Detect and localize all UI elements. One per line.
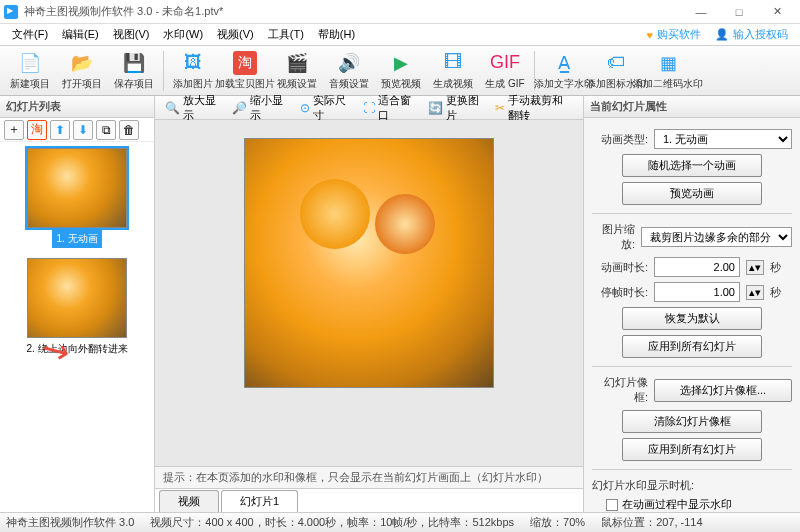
tool-添加图片[interactable]: 🖼添加图片 (167, 48, 219, 94)
slide-item[interactable]: 2. 绕上边向外翻转进来 (6, 258, 148, 358)
scale-select[interactable]: 裁剪图片边缘多余的部分 (641, 227, 792, 247)
tool-icon: 淘 (233, 51, 257, 75)
minimize-button[interactable]: — (682, 0, 720, 24)
tool-生成视频[interactable]: 🎞生成视频 (427, 48, 479, 94)
app-icon (4, 5, 18, 19)
preview-anim-button[interactable]: 预览动画 (622, 182, 762, 205)
tool-视频设置[interactable]: 🎬视频设置 (271, 48, 323, 94)
tool-label: 新建项目 (10, 77, 50, 91)
move-up-button[interactable]: ⬆ (50, 120, 70, 140)
viewtool-icon: 🔄 (428, 101, 443, 115)
tool-label: 打开项目 (62, 77, 102, 91)
choose-frame-button[interactable]: 选择幻灯片像框... (654, 379, 792, 402)
slide-list-title: 幻灯片列表 (0, 96, 154, 118)
menu-tools[interactable]: 工具(T) (262, 25, 310, 44)
license-link[interactable]: 👤输入授权码 (709, 27, 794, 42)
slide-list-panel: 幻灯片列表 ＋ 淘 ⬆ ⬇ ⧉ 🗑 1. 无动画2. 绕上边向外翻转进来 (0, 96, 155, 512)
reset-button[interactable]: 恢复为默认 (622, 307, 762, 330)
taobao-button[interactable]: 淘 (27, 120, 47, 140)
slide-item[interactable]: 1. 无动画 (6, 148, 148, 248)
menu-file[interactable]: 文件(F) (6, 25, 54, 44)
bottom-tabs: 视频 幻灯片1 (155, 488, 583, 512)
center-panel: 🔍放大显示🔎缩小显示⊙实际尺寸⛶适合窗口🔄更换图片✂手动裁剪和翻转 提示：在本页… (155, 96, 583, 512)
slide-thumb (27, 148, 127, 228)
tool-icon: 💾 (122, 51, 146, 75)
add-slide-button[interactable]: ＋ (4, 120, 24, 140)
tool-label: 添加图片 (173, 77, 213, 91)
window-title: 神奇主图视频制作软件 3.0 - 未命名1.ptv* (24, 4, 682, 19)
slide-list[interactable]: 1. 无动画2. 绕上边向外翻转进来 (0, 142, 154, 512)
tool-label: 添加文字水印 (534, 77, 594, 91)
status-app: 神奇主图视频制作软件 3.0 (6, 515, 134, 530)
heart-icon: ♥ (646, 29, 653, 41)
tool-添加二维码水印[interactable]: ▦添加二维码水印 (642, 48, 694, 94)
viewport[interactable] (155, 120, 583, 466)
tool-icon: 🏷 (604, 51, 628, 75)
tool-加载宝贝图片[interactable]: 淘加载宝贝图片 (219, 48, 271, 94)
scale-label: 图片缩放: (592, 222, 635, 252)
wm-anim-checkbox-row[interactable]: 在动画过程中显示水印 (606, 497, 792, 512)
apply-all-button-2[interactable]: 应用到所有幻灯片 (622, 438, 762, 461)
tool-label: 视频设置 (277, 77, 317, 91)
viewtool-label: 实际尺寸 (313, 93, 349, 123)
tab-slide[interactable]: 幻灯片1 (221, 490, 298, 512)
anim-dur-input[interactable] (654, 257, 740, 277)
slide-thumb (27, 258, 127, 338)
menu-help[interactable]: 帮助(H) (312, 25, 361, 44)
person-icon: 👤 (715, 28, 729, 41)
hint-bar: 提示：在本页添加的水印和像框，只会显示在当前幻灯片画面上（幻灯片水印） (155, 466, 583, 488)
random-anim-button[interactable]: 随机选择一个动画 (622, 154, 762, 177)
tool-icon: 📂 (70, 51, 94, 75)
tab-video[interactable]: 视频 (159, 490, 219, 512)
title-bar: 神奇主图视频制作软件 3.0 - 未命名1.ptv* — □ ✕ (0, 0, 800, 24)
menu-view[interactable]: 视图(V) (107, 25, 156, 44)
anim-type-select[interactable]: 1. 无动画 (654, 129, 792, 149)
menu-edit[interactable]: 编辑(E) (56, 25, 105, 44)
tool-音频设置[interactable]: 🔊音频设置 (323, 48, 375, 94)
tool-生成 GIF[interactable]: GIF生成 GIF (479, 48, 531, 94)
updown-icon[interactable]: ▴▾ (746, 260, 764, 275)
copy-slide-button[interactable]: ⧉ (96, 120, 116, 140)
viewtool-icon: ⊙ (300, 101, 310, 115)
tool-icon: ▶ (389, 51, 413, 75)
apply-all-button-1[interactable]: 应用到所有幻灯片 (622, 335, 762, 358)
maximize-button[interactable]: □ (720, 0, 758, 24)
clear-frame-button[interactable]: 清除幻灯片像框 (622, 410, 762, 433)
status-mouse: 鼠标位置：207, -114 (601, 515, 702, 530)
viewtool-label: 放大显示 (183, 93, 218, 123)
menu-bar: 文件(F) 编辑(E) 视图(V) 水印(W) 视频(V) 工具(T) 帮助(H… (0, 24, 800, 46)
pause-dur-input[interactable] (654, 282, 740, 302)
slide-preview[interactable] (244, 138, 494, 388)
tool-icon: ▦ (656, 51, 680, 75)
move-down-button[interactable]: ⬇ (73, 120, 93, 140)
anim-dur-label: 动画时长: (592, 260, 648, 275)
slide-list-tools: ＋ 淘 ⬆ ⬇ ⧉ 🗑 (0, 118, 154, 142)
tool-新建项目[interactable]: 📄新建项目 (4, 48, 56, 94)
status-zoom: 缩放：70% (530, 515, 585, 530)
close-button[interactable]: ✕ (758, 0, 796, 24)
tool-预览视频[interactable]: ▶预览视频 (375, 48, 427, 94)
updown-icon[interactable]: ▴▾ (746, 285, 764, 300)
tool-打开项目[interactable]: 📂打开项目 (56, 48, 108, 94)
menu-video[interactable]: 视频(V) (211, 25, 260, 44)
properties-title: 当前幻灯片属性 (584, 96, 800, 118)
tool-icon: 🖼 (181, 51, 205, 75)
menu-watermark[interactable]: 水印(W) (157, 25, 209, 44)
window-buttons: — □ ✕ (682, 0, 796, 24)
body: 幻灯片列表 ＋ 淘 ⬆ ⬇ ⧉ 🗑 1. 无动画2. 绕上边向外翻转进来 🔍放大… (0, 96, 800, 512)
tool-icon: A̲ (552, 51, 576, 75)
viewtool-icon: ✂ (495, 101, 505, 115)
license-label: 输入授权码 (733, 27, 788, 42)
tool-label: 生成视频 (433, 77, 473, 91)
buy-link[interactable]: ♥购买软件 (640, 27, 707, 42)
tool-保存项目[interactable]: 💾保存项目 (108, 48, 160, 94)
tool-icon: GIF (493, 51, 517, 75)
delete-slide-button[interactable]: 🗑 (119, 120, 139, 140)
tool-添加文字水印[interactable]: A̲添加文字水印 (538, 48, 590, 94)
tool-label: 添加二维码水印 (633, 77, 703, 91)
tool-icon: 🎬 (285, 51, 309, 75)
properties-body: 动画类型: 1. 无动画 随机选择一个动画 预览动画 图片缩放: 裁剪图片边缘多… (584, 118, 800, 512)
viewtool-icon: 🔎 (232, 101, 247, 115)
properties-panel: 当前幻灯片属性 动画类型: 1. 无动画 随机选择一个动画 预览动画 图片缩放:… (583, 96, 800, 512)
viewtool-label: 手动裁剪和翻转 (508, 93, 573, 123)
